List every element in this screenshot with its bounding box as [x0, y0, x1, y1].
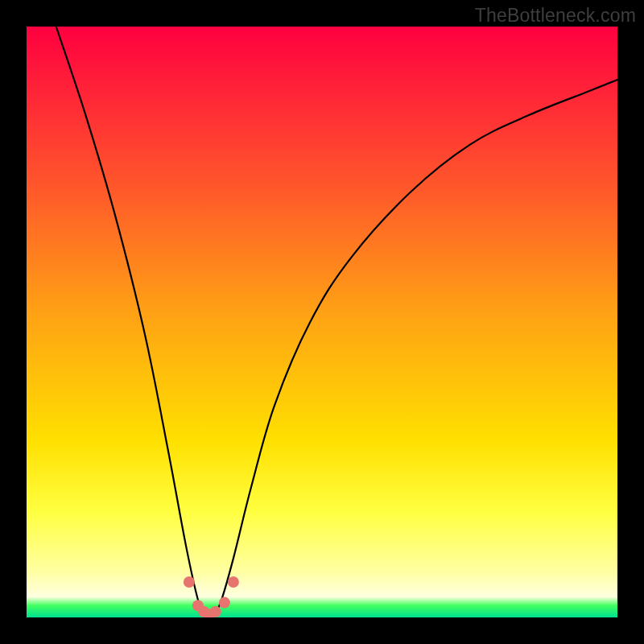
min-marker [228, 576, 239, 588]
curve-svg [27, 27, 617, 617]
min-marker [210, 606, 221, 617]
min-marker [184, 576, 195, 588]
min-markers [184, 576, 239, 617]
bottleneck-curve [56, 27, 617, 614]
min-marker [219, 597, 230, 609]
watermark-text: TheBottleneck.com [475, 5, 636, 27]
chart-frame: TheBottleneck.com [0, 0, 644, 644]
plot-area [27, 27, 617, 617]
